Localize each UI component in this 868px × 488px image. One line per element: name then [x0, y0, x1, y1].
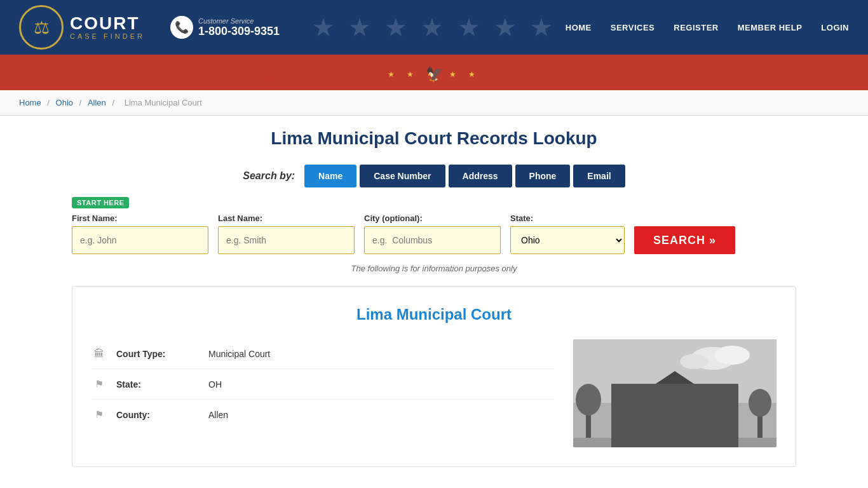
city-group: City (optional): — [364, 214, 501, 254]
logo-court-label: COURT — [70, 15, 145, 32]
last-name-input[interactable] — [218, 226, 355, 254]
tab-email[interactable]: Email — [573, 165, 625, 187]
svg-point-20 — [749, 389, 771, 417]
ribbon-curve: ★ ★ 🦅 ★ ★ — [0, 58, 868, 90]
nav-services[interactable]: SERVICES — [611, 23, 655, 32]
svg-rect-16 — [665, 428, 684, 447]
search-fields-row: First Name: Last Name: City (optional): … — [72, 214, 796, 254]
svg-rect-14 — [691, 412, 707, 425]
nav-member-help[interactable]: MEMBER HELP — [738, 23, 803, 32]
detail-row-state: ⚑ State: OH — [92, 369, 554, 400]
svg-rect-10 — [713, 393, 729, 406]
phone-icon: 📞 — [170, 16, 193, 39]
court-info-layout: 🏛 Court Type: Municipal Court ⚑ State: O… — [92, 339, 776, 447]
customer-service-text: Customer Service 1-800-309-9351 — [198, 17, 280, 38]
ribbon-content: ★ ★ 🦅 ★ ★ — [388, 66, 480, 83]
last-name-label: Last Name: — [218, 214, 355, 223]
svg-rect-8 — [668, 393, 684, 406]
detail-row-county: ⚑ County: Allen — [92, 400, 554, 430]
court-card-title: Lima Municipal Court — [92, 306, 776, 323]
court-type-label: Court Type: — [116, 349, 199, 359]
breadcrumb-current: Lima Municipal Court — [125, 98, 202, 107]
tab-case-number[interactable]: Case Number — [360, 165, 445, 187]
page-title: Lima Municipal Court Records Lookup — [72, 128, 796, 149]
svg-rect-11 — [624, 412, 640, 425]
search-section: Search by: Name Case Number Address Phon… — [72, 165, 796, 273]
logo-text: COURT CASE FINDER — [70, 15, 145, 40]
court-card: Lima Municipal Court 🏛 Court Type: Munic… — [72, 286, 796, 467]
court-building-svg — [573, 339, 776, 447]
header-left: COURT CASE FINDER 📞 Customer Service 1-8… — [19, 5, 280, 50]
svg-rect-7 — [646, 393, 662, 406]
logo-area: COURT CASE FINDER — [19, 5, 145, 50]
court-image-placeholder — [573, 339, 776, 447]
svg-rect-1 — [573, 339, 776, 403]
state-detail-value: OH — [208, 379, 222, 390]
svg-rect-21 — [573, 438, 776, 447]
nav-home[interactable]: HOME — [566, 23, 592, 32]
court-type-value: Municipal Court — [208, 349, 270, 359]
svg-point-18 — [576, 384, 601, 416]
site-header: COURT CASE FINDER 📞 Customer Service 1-8… — [0, 0, 868, 55]
svg-rect-13 — [668, 412, 684, 425]
svg-rect-9 — [691, 393, 707, 406]
info-note: The following is for information purpose… — [72, 264, 796, 273]
breadcrumb-sep-1: / — [47, 98, 51, 107]
svg-rect-5 — [611, 384, 738, 447]
breadcrumb-sep-3: / — [112, 98, 116, 107]
svg-rect-6 — [624, 393, 640, 406]
cs-label: Customer Service — [198, 17, 280, 25]
svg-rect-15 — [713, 412, 729, 425]
nav-register[interactable]: REGISTER — [674, 23, 718, 32]
state-icon: ⚑ — [92, 378, 107, 390]
state-select[interactable]: Ohio Alabama Alaska Arizona California F… — [510, 226, 625, 254]
court-image — [573, 339, 776, 447]
first-name-label: First Name: — [72, 214, 208, 223]
logo-icon — [19, 5, 64, 50]
first-name-input[interactable] — [72, 226, 208, 254]
breadcrumb-allen[interactable]: Allen — [88, 98, 106, 107]
breadcrumb-home[interactable]: Home — [19, 98, 41, 107]
detail-row-court-type: 🏛 Court Type: Municipal Court — [92, 339, 554, 369]
customer-service: 📞 Customer Service 1-800-309-9351 — [170, 16, 280, 39]
svg-point-3 — [714, 346, 750, 365]
court-type-icon: 🏛 — [92, 348, 107, 360]
search-by-row: Search by: Name Case Number Address Phon… — [72, 165, 796, 187]
breadcrumb-sep-2: / — [79, 98, 84, 107]
main-content: Lima Municipal Court Records Lookup Sear… — [53, 116, 815, 480]
state-detail-label: State: — [116, 379, 199, 390]
tab-name[interactable]: Name — [304, 165, 356, 187]
tab-phone[interactable]: Phone — [515, 165, 571, 187]
county-detail-value: Allen — [208, 410, 228, 420]
last-name-group: Last Name: — [218, 214, 355, 254]
ribbon-stars-right: ★ ★ — [449, 70, 480, 79]
cs-phone: 1-800-309-9351 — [198, 25, 280, 38]
state-label: State: — [510, 214, 625, 223]
state-group: State: Ohio Alabama Alaska Arizona Calif… — [510, 214, 625, 254]
search-form-area: START HERE First Name: Last Name: City (… — [72, 197, 796, 254]
start-here-badge: START HERE — [72, 197, 129, 208]
ribbon-stars-left: ★ ★ — [388, 70, 419, 79]
search-button[interactable]: SEARCH » — [634, 226, 735, 254]
city-input[interactable] — [364, 226, 501, 254]
tab-address[interactable]: Address — [449, 165, 512, 187]
nav-login[interactable]: LOGIN — [821, 23, 849, 32]
main-nav: HOME SERVICES REGISTER MEMBER HELP LOGIN — [566, 23, 849, 32]
svg-rect-12 — [646, 412, 662, 425]
header-decoration: ★ ★ ★ ★ ★ ★ ★ — [307, 0, 561, 55]
svg-point-4 — [680, 354, 708, 369]
breadcrumb-ohio[interactable]: Ohio — [56, 98, 73, 107]
breadcrumb: Home / Ohio / Allen / Lima Municipal Cou… — [0, 90, 868, 116]
ribbon-eagle-icon: 🦅 — [426, 66, 443, 83]
first-name-group: First Name: — [72, 214, 208, 254]
city-label: City (optional): — [364, 214, 501, 223]
county-detail-label: County: — [116, 410, 199, 420]
logo-case-finder-label: CASE FINDER — [70, 32, 145, 40]
court-details: 🏛 Court Type: Municipal Court ⚑ State: O… — [92, 339, 554, 447]
county-icon: ⚑ — [92, 409, 107, 421]
search-by-label: Search by: — [243, 170, 295, 182]
